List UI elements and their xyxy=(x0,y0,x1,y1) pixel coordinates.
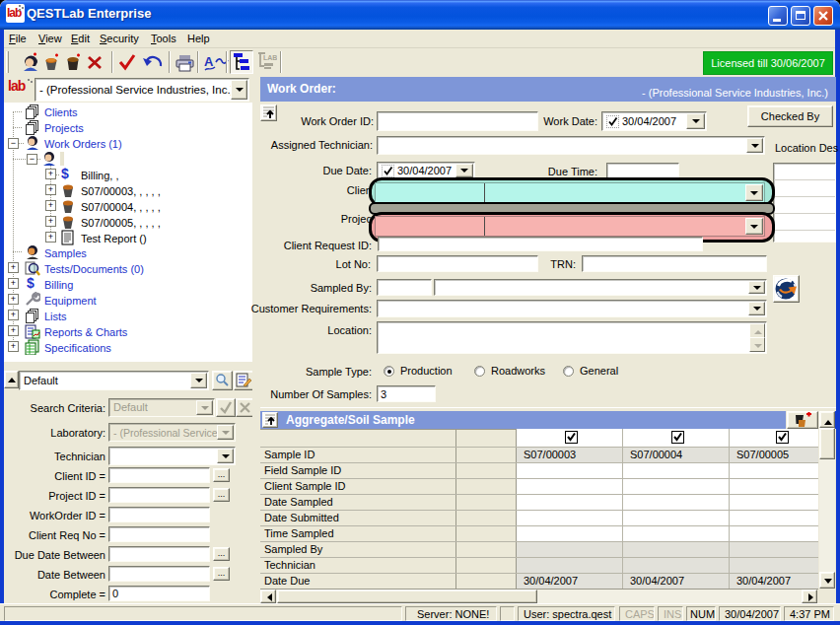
svg-text:LAB: LAB xyxy=(263,54,277,61)
svg-text:A: A xyxy=(204,54,214,69)
